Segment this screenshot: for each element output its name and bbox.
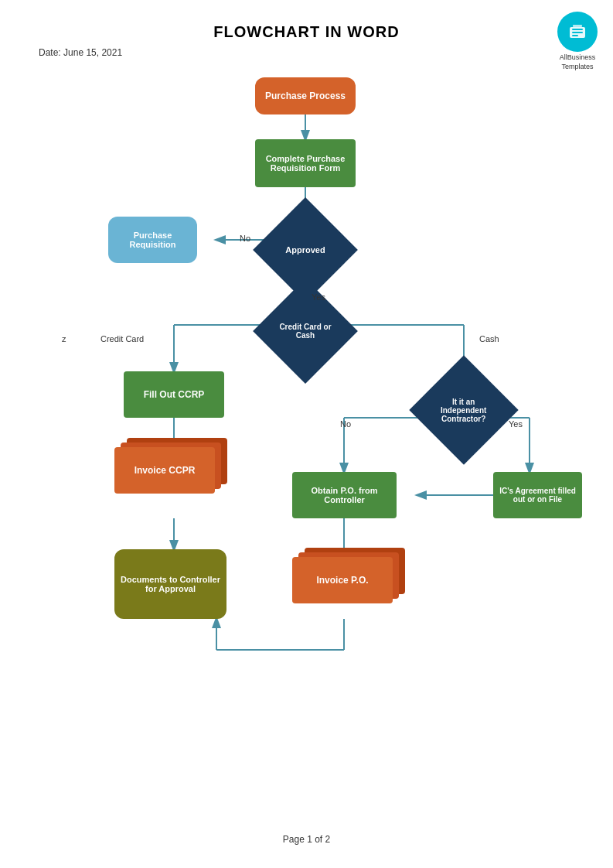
svg-rect-2	[572, 29, 583, 30]
credit-cash-diamond: Credit Card or Cash	[253, 279, 358, 384]
svg-rect-4	[572, 35, 578, 36]
logo-circle	[557, 12, 598, 52]
no-label-contractor: No	[340, 419, 351, 429]
ic-agreement-shape: IC's Agreement filled out or on File	[493, 472, 582, 518]
yes-label-contractor: Yes	[509, 419, 523, 429]
independent-contractor-diamond: It it an Independent Contractor?	[409, 355, 518, 464]
z-label: z	[62, 334, 66, 343]
date-line: Date: June 15, 2021	[39, 47, 582, 58]
invoice-ccpr-stack: Invoice CCPR	[114, 447, 215, 494]
obtain-po-shape: Obtain P.O. from Controller	[292, 472, 397, 518]
no-label-approved: No	[240, 234, 250, 243]
complete-purchase-shape: Complete Purchase Requisition Form	[255, 139, 356, 187]
purchase-requisition-shape: Purchase Requisition	[108, 217, 197, 263]
documents-controller-shape: Documents to Controller for Approval	[114, 549, 226, 619]
page: AllBusiness Templates FLOWCHART IN WORD …	[0, 0, 613, 868]
svg-rect-3	[572, 32, 583, 33]
yes-label-approved: Yes	[312, 292, 325, 302]
page-title: FLOWCHART IN WORD	[31, 23, 582, 41]
svg-rect-1	[573, 25, 582, 27]
cash-label: Cash	[479, 334, 499, 343]
flowchart: Purchase Process Complete Purchase Requi…	[31, 62, 582, 743]
invoice-po-stack: Invoice P.O.	[292, 557, 393, 603]
page-footer: Page 1 of 2	[0, 834, 613, 845]
credit-card-label: Credit Card	[100, 334, 144, 343]
fill-out-ccrp-shape: Fill Out CCRP	[124, 371, 224, 418]
purchase-process-shape: Purchase Process	[255, 77, 356, 114]
